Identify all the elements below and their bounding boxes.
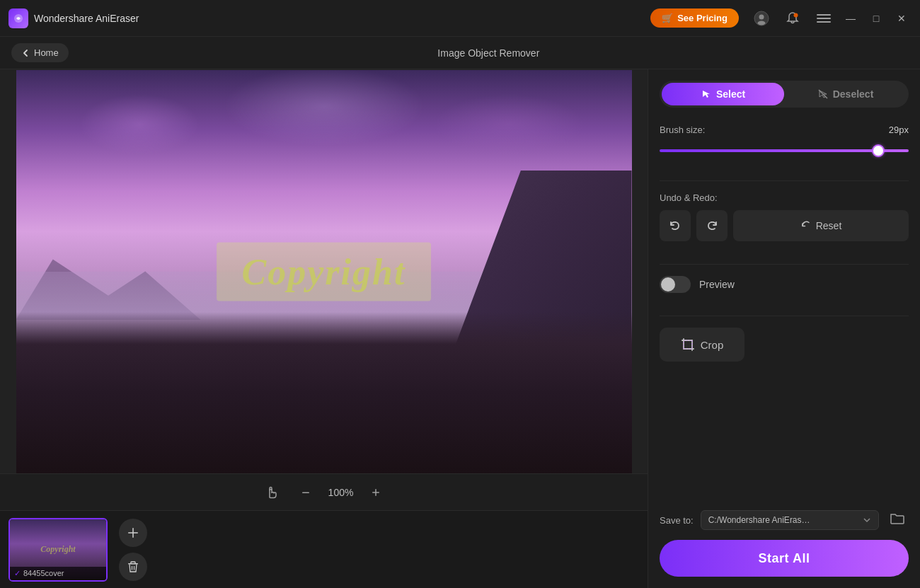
pricing-icon: 🛒 [662,13,673,23]
nav-bar: Home Image Object Remover [0,37,920,69]
delete-image-button[interactable] [119,553,147,581]
zoom-level: 100% [328,487,354,498]
canvas-wrapper[interactable]: Copyright [0,69,648,473]
divider-3 [660,316,909,316]
save-to-label: Save to: [660,515,694,526]
close-button[interactable]: ✕ [892,8,912,28]
page-title: Image Object Remover [69,47,909,59]
redo-button[interactable] [696,210,728,241]
brush-size-slider-container [660,142,909,155]
select-deselect-toggle: Select Deselect [660,81,909,108]
preview-label: Preview [699,279,735,290]
save-to-row: Save to: C:/Wondershare AniEraser/Ir [660,509,909,531]
panel-spacer [660,373,909,509]
maximize-button[interactable]: □ [866,8,886,28]
see-pricing-button[interactable]: 🛒 See Pricing [650,8,739,28]
canvas-area: Copyright 100% [0,69,648,588]
title-bar: Wondershare AniEraser 🛒 See Pricing [0,0,920,37]
svg-rect-6 [817,18,831,19]
brush-size-slider[interactable] [660,149,909,152]
preview-row: Preview [660,276,909,293]
undo-redo-row: Reset [660,210,909,241]
zoom-out-button[interactable] [294,481,317,504]
svg-rect-13 [128,563,138,565]
deselect-button[interactable]: Deselect [784,83,907,105]
brush-size-row: Brush size: 29px [660,125,909,135]
undo-redo-label-row: Undo & Redo: [660,192,909,203]
app-name: Wondershare AniEraser [34,13,139,24]
svg-rect-10 [376,489,377,496]
thumbnail-strip: Copyright ✓ 84455cover [0,510,648,588]
select-button[interactable]: Select [662,83,784,105]
reset-button[interactable]: Reset [733,210,909,241]
thumbnail-item[interactable]: Copyright ✓ 84455cover [8,518,108,582]
toggle-knob [661,277,675,292]
svg-rect-14 [684,340,692,349]
svg-rect-8 [302,492,309,493]
preview-toggle-switch[interactable] [660,276,691,293]
svg-rect-5 [817,14,831,16]
svg-point-4 [794,13,798,17]
brush-size-label: Brush size: [660,125,705,135]
canvas-image[interactable]: Copyright [16,70,632,473]
save-path-dropdown[interactable]: C:/Wondershare AniEraser/Ir [701,510,879,530]
undo-redo-label: Undo & Redo: [660,192,718,203]
back-home-button[interactable]: Home [11,43,69,62]
add-image-button[interactable] [119,519,147,547]
app-logo [8,8,28,28]
svg-rect-12 [132,528,134,538]
canvas-toolbar: 100% [0,473,648,510]
copyright-watermark: Copyright [217,242,432,301]
start-all-button[interactable]: Start All [660,540,909,577]
rocks-overlay [16,312,632,473]
crop-button[interactable]: Crop [660,328,744,362]
svg-point-2 [759,14,764,19]
zoom-in-button[interactable] [364,481,387,504]
undo-button[interactable] [660,210,691,241]
hand-tool-button[interactable] [260,481,283,504]
save-folder-button[interactable] [886,509,909,531]
divider-2 [660,264,909,265]
svg-rect-7 [817,21,831,23]
user-avatar-button[interactable] [750,7,773,30]
thumbnail-check-icon: ✓ [14,569,21,578]
right-panel: Select Deselect Brush size: 29px Undo & … [648,69,920,588]
strip-actions [119,519,147,581]
hamburger-menu-button[interactable] [812,7,835,30]
divider-1 [660,180,909,181]
main-area: Copyright 100% [0,69,920,588]
brush-size-value: 29px [889,125,909,135]
svg-point-3 [758,21,766,25]
notifications-button[interactable] [781,7,804,30]
minimize-button[interactable]: — [841,8,861,28]
thumbnail-label: ✓ 84455cover [10,567,106,580]
